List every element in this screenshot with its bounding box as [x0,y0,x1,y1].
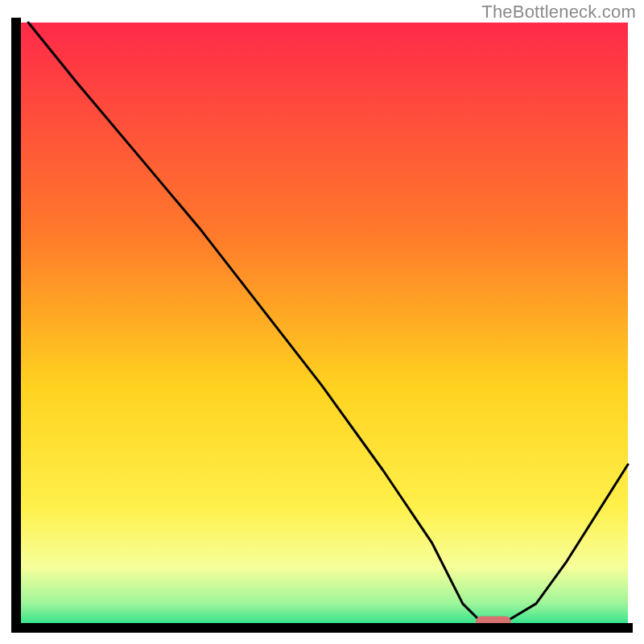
bottleneck-chart [0,0,644,644]
chart-container: TheBottleneck.com [0,0,644,644]
svg-rect-0 [16,23,628,628]
